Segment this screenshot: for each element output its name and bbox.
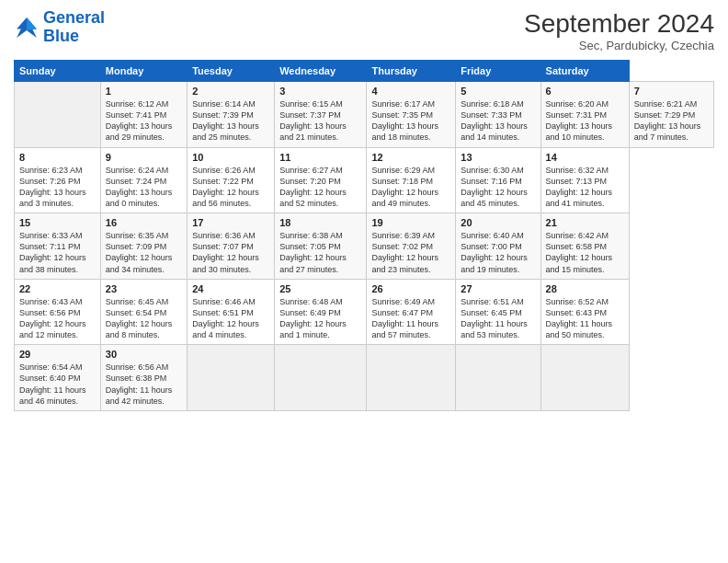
day-info: Sunrise: 6:43 AM Sunset: 6:56 PM Dayligh… — [19, 296, 96, 341]
day-number: 18 — [279, 217, 361, 228]
day-number: 24 — [192, 283, 269, 294]
day-number: 6 — [546, 86, 624, 97]
logo-icon — [14, 15, 40, 40]
logo-text: General Blue — [43, 9, 105, 46]
day-info: Sunrise: 6:18 AM Sunset: 7:33 PM Dayligh… — [461, 98, 535, 144]
day-number: 30 — [106, 349, 182, 360]
day-header: Friday — [456, 61, 540, 82]
calendar-cell: 12Sunrise: 6:29 AM Sunset: 7:18 PM Dayli… — [367, 147, 456, 213]
calendar-cell: 26Sunrise: 6:49 AM Sunset: 6:47 PM Dayli… — [367, 279, 456, 345]
header: General Blue September 2024 Sec, Pardubi… — [14, 9, 714, 52]
day-header: Monday — [100, 61, 187, 82]
day-number: 12 — [371, 152, 450, 163]
calendar-week-row: 1Sunrise: 6:12 AM Sunset: 7:41 PM Daylig… — [15, 82, 714, 148]
day-info: Sunrise: 6:49 AM Sunset: 6:47 PM Dayligh… — [371, 296, 450, 341]
day-number: 17 — [192, 217, 269, 228]
day-info: Sunrise: 6:38 AM Sunset: 7:05 PM Dayligh… — [279, 230, 361, 275]
day-info: Sunrise: 6:45 AM Sunset: 6:54 PM Dayligh… — [106, 296, 182, 341]
day-number: 29 — [19, 349, 96, 360]
day-number: 9 — [106, 152, 182, 163]
day-info: Sunrise: 6:54 AM Sunset: 6:40 PM Dayligh… — [19, 362, 96, 407]
calendar-cell: 20Sunrise: 6:40 AM Sunset: 7:00 PM Dayli… — [456, 213, 540, 280]
day-number: 10 — [192, 152, 269, 163]
calendar-cell: 5Sunrise: 6:18 AM Sunset: 7:33 PM Daylig… — [456, 82, 540, 148]
day-info: Sunrise: 6:27 AM Sunset: 7:20 PM Dayligh… — [279, 165, 361, 210]
location-subtitle: Sec, Pardubicky, Czechia — [524, 39, 714, 52]
day-header: Sunday — [15, 61, 101, 82]
calendar-cell — [367, 345, 456, 411]
calendar-cell: 25Sunrise: 6:48 AM Sunset: 6:49 PM Dayli… — [275, 279, 367, 345]
logo: General Blue — [14, 9, 105, 46]
day-number: 1 — [106, 86, 182, 97]
calendar-cell: 28Sunrise: 6:52 AM Sunset: 6:43 PM Dayli… — [540, 279, 629, 345]
logo-line1: General — [43, 8, 105, 27]
day-info: Sunrise: 6:26 AM Sunset: 7:22 PM Dayligh… — [192, 165, 269, 210]
day-info: Sunrise: 6:36 AM Sunset: 7:07 PM Dayligh… — [192, 230, 269, 275]
day-info: Sunrise: 6:12 AM Sunset: 7:41 PM Dayligh… — [106, 98, 182, 144]
calendar-cell: 27Sunrise: 6:51 AM Sunset: 6:45 PM Dayli… — [456, 279, 540, 345]
calendar-cell: 2Sunrise: 6:14 AM Sunset: 7:39 PM Daylig… — [188, 82, 275, 148]
calendar-cell: 8Sunrise: 6:23 AM Sunset: 7:26 PM Daylig… — [15, 147, 101, 213]
day-info: Sunrise: 6:51 AM Sunset: 6:45 PM Dayligh… — [461, 296, 535, 341]
page: General Blue September 2024 Sec, Pardubi… — [0, 0, 728, 563]
day-number: 14 — [546, 152, 624, 163]
day-info: Sunrise: 6:32 AM Sunset: 7:13 PM Dayligh… — [546, 165, 624, 210]
calendar-cell: 3Sunrise: 6:15 AM Sunset: 7:37 PM Daylig… — [275, 82, 367, 148]
calendar-cell: 4Sunrise: 6:17 AM Sunset: 7:35 PM Daylig… — [367, 82, 456, 148]
calendar-week-row: 29Sunrise: 6:54 AM Sunset: 6:40 PM Dayli… — [15, 345, 714, 411]
day-header: Saturday — [540, 61, 629, 82]
calendar-cell — [456, 345, 540, 411]
title-block: September 2024 Sec, Pardubicky, Czechia — [524, 9, 714, 52]
day-info: Sunrise: 6:14 AM Sunset: 7:39 PM Dayligh… — [192, 98, 269, 144]
day-info: Sunrise: 6:21 AM Sunset: 7:29 PM Dayligh… — [634, 98, 709, 144]
day-number: 15 — [19, 217, 96, 228]
day-info: Sunrise: 6:56 AM Sunset: 6:38 PM Dayligh… — [106, 362, 182, 407]
calendar-cell: 10Sunrise: 6:26 AM Sunset: 7:22 PM Dayli… — [188, 147, 275, 213]
day-number: 4 — [371, 86, 450, 97]
day-number: 21 — [546, 217, 624, 228]
calendar-cell: 30Sunrise: 6:56 AM Sunset: 6:38 PM Dayli… — [100, 345, 187, 411]
calendar-cell: 14Sunrise: 6:32 AM Sunset: 7:13 PM Dayli… — [540, 147, 629, 213]
day-number: 3 — [279, 86, 361, 97]
day-number: 8 — [19, 152, 96, 163]
calendar-cell — [540, 345, 629, 411]
calendar-cell: 19Sunrise: 6:39 AM Sunset: 7:02 PM Dayli… — [367, 213, 456, 280]
day-header: Thursday — [367, 61, 456, 82]
day-number: 26 — [371, 283, 450, 294]
calendar-week-row: 15Sunrise: 6:33 AM Sunset: 7:11 PM Dayli… — [15, 213, 714, 280]
day-number: 19 — [371, 217, 450, 228]
calendar-cell — [188, 345, 275, 411]
day-number: 25 — [279, 283, 361, 294]
calendar-body: 1Sunrise: 6:12 AM Sunset: 7:41 PM Daylig… — [15, 82, 714, 411]
day-info: Sunrise: 6:17 AM Sunset: 7:35 PM Dayligh… — [371, 98, 450, 144]
calendar-cell: 22Sunrise: 6:43 AM Sunset: 6:56 PM Dayli… — [15, 279, 101, 345]
calendar-cell: 24Sunrise: 6:46 AM Sunset: 6:51 PM Dayli… — [188, 279, 275, 345]
day-info: Sunrise: 6:33 AM Sunset: 7:11 PM Dayligh… — [19, 230, 96, 275]
day-info: Sunrise: 6:15 AM Sunset: 7:37 PM Dayligh… — [279, 98, 361, 144]
calendar-header-row: SundayMondayTuesdayWednesdayThursdayFrid… — [15, 61, 714, 82]
calendar-week-row: 22Sunrise: 6:43 AM Sunset: 6:56 PM Dayli… — [15, 279, 714, 345]
month-title: September 2024 — [524, 9, 714, 39]
day-info: Sunrise: 6:40 AM Sunset: 7:00 PM Dayligh… — [461, 230, 535, 275]
day-header: Tuesday — [188, 61, 275, 82]
day-number: 7 — [634, 86, 709, 97]
day-info: Sunrise: 6:30 AM Sunset: 7:16 PM Dayligh… — [461, 165, 535, 210]
calendar-cell: 13Sunrise: 6:30 AM Sunset: 7:16 PM Dayli… — [456, 147, 540, 213]
day-number: 22 — [19, 283, 96, 294]
day-number: 11 — [279, 152, 361, 163]
day-info: Sunrise: 6:46 AM Sunset: 6:51 PM Dayligh… — [192, 296, 269, 341]
day-info: Sunrise: 6:24 AM Sunset: 7:24 PM Dayligh… — [106, 165, 182, 210]
day-info: Sunrise: 6:23 AM Sunset: 7:26 PM Dayligh… — [19, 165, 96, 210]
calendar-cell: 7Sunrise: 6:21 AM Sunset: 7:29 PM Daylig… — [629, 82, 713, 148]
day-info: Sunrise: 6:39 AM Sunset: 7:02 PM Dayligh… — [371, 230, 450, 275]
day-info: Sunrise: 6:20 AM Sunset: 7:31 PM Dayligh… — [546, 98, 624, 144]
day-number: 13 — [461, 152, 535, 163]
calendar-cell: 16Sunrise: 6:35 AM Sunset: 7:09 PM Dayli… — [100, 213, 187, 280]
calendar-cell: 21Sunrise: 6:42 AM Sunset: 6:58 PM Dayli… — [540, 213, 629, 280]
calendar-week-row: 8Sunrise: 6:23 AM Sunset: 7:26 PM Daylig… — [15, 147, 714, 213]
calendar-cell: 1Sunrise: 6:12 AM Sunset: 7:41 PM Daylig… — [100, 82, 187, 148]
calendar-cell: 29Sunrise: 6:54 AM Sunset: 6:40 PM Dayli… — [15, 345, 101, 411]
day-info: Sunrise: 6:35 AM Sunset: 7:09 PM Dayligh… — [106, 230, 182, 275]
day-header: Wednesday — [275, 61, 367, 82]
calendar-cell: 23Sunrise: 6:45 AM Sunset: 6:54 PM Dayli… — [100, 279, 187, 345]
